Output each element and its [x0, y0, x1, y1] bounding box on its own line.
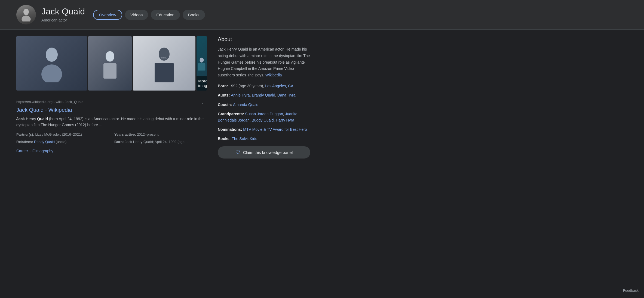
image-4[interactable]: 🖼 More images — [197, 36, 207, 91]
link-separator: · — [30, 149, 31, 153]
tab-videos[interactable]: Videos — [125, 10, 148, 20]
header: Jack Quaid American actor ⋮ Overview Vid… — [0, 0, 644, 30]
wiki-title[interactable]: Jack Quaid - Wikipedia — [16, 107, 207, 113]
more-images-label: More images — [198, 79, 207, 88]
image-2[interactable] — [88, 36, 132, 91]
avatar — [16, 5, 36, 24]
svg-point-4 — [106, 51, 114, 61]
claim-button-label: Claim this knowledge panel — [243, 150, 293, 155]
info-nominations: Nominations: MTV Movie & TV Award for Be… — [218, 126, 310, 132]
svg-point-0 — [23, 9, 29, 15]
wikipedia-link[interactable]: Wikipedia — [265, 73, 282, 77]
left-panel: TRIBE FES... 🖼 More images — [16, 36, 207, 159]
about-title: About — [218, 36, 310, 42]
grandparent-harry-link[interactable]: Harry Hyra — [276, 118, 294, 122]
main-content: TRIBE FES... 🖼 More images — [0, 30, 644, 165]
svg-rect-7 — [155, 63, 174, 82]
name-block: Jack Quaid American actor ⋮ — [41, 6, 85, 23]
career-link[interactable]: Career — [16, 149, 28, 153]
grandparent-susan-link[interactable]: Susan Jordan Duggan — [245, 112, 283, 116]
nominations-link[interactable]: MTV Movie & TV Award for Best Hero — [243, 127, 307, 132]
svg-point-3 — [41, 64, 62, 82]
nav-tabs: Overview Videos Education Books — [93, 10, 205, 20]
tab-overview[interactable]: Overview — [93, 10, 122, 20]
wiki-excerpt: Jack Henry Quaid (born April 24, 1992) i… — [16, 116, 207, 128]
fact-relatives: Relatives: Randy Quaid (uncle) — [16, 139, 109, 145]
info-grandparents: Grandparents: Susan Jordan Duggan, Juani… — [218, 111, 310, 123]
relatives-link[interactable]: Randy Quaid — [34, 140, 55, 144]
info-cousin: Cousin: Amanda Quaid — [218, 102, 310, 108]
right-panel: About Jack Henry Quaid is an American ac… — [218, 36, 310, 159]
info-born: Born: 1992 (age 30 years), Los Angeles, … — [218, 83, 310, 89]
wiki-facts: Partner(s): Lizzy McGroder; (2016–2021) … — [16, 131, 207, 145]
svg-text:FES...: FES... — [161, 60, 167, 61]
info-books: Books: The Solvit Kids — [218, 136, 310, 142]
fact-partner: Partner(s): Lizzy McGroder; (2016–2021) — [16, 131, 109, 138]
more-options-icon[interactable]: ⋮ — [69, 17, 73, 23]
born-location-link[interactable]: Los Angeles, CA — [265, 84, 293, 88]
cousin-link[interactable]: Amanda Quaid — [233, 103, 258, 107]
filmography-link[interactable]: Filmography — [32, 149, 53, 153]
grandparent-buddy-link[interactable]: Buddy Quaid — [252, 118, 274, 122]
svg-point-1 — [22, 15, 30, 21]
wiki-links: Career · Filmography — [16, 149, 207, 153]
wiki-source: https://en.wikipedia.org › wiki › Jack_Q… — [16, 98, 207, 105]
svg-rect-11 — [198, 63, 206, 71]
images-row: TRIBE FES... 🖼 More images — [16, 36, 207, 91]
wiki-url: https://en.wikipedia.org › wiki › Jack_Q… — [16, 100, 83, 104]
image-3[interactable]: TRIBE FES... — [133, 36, 195, 91]
tab-education[interactable]: Education — [151, 10, 180, 20]
svg-text:TRIBE: TRIBE — [161, 57, 167, 59]
claim-knowledge-panel-button[interactable]: 🛡 Claim this knowledge panel — [218, 146, 310, 159]
svg-rect-5 — [103, 63, 116, 79]
svg-point-10 — [200, 58, 204, 63]
image-1[interactable] — [16, 36, 87, 91]
more-images-overlay[interactable]: 🖼 More images — [197, 76, 207, 91]
books-link[interactable]: The Solvit Kids — [232, 136, 257, 141]
feedback-link[interactable]: Feedback — [623, 288, 639, 293]
tab-books[interactable]: Books — [183, 10, 205, 20]
fact-born: Born: Jack Henry Quaid; April 24, 1992 (… — [114, 139, 207, 145]
fact-years-active: Years active: 2012–present — [114, 131, 207, 138]
aunt-dana-link[interactable]: Dana Hyra — [277, 93, 296, 97]
svg-point-2 — [46, 48, 58, 62]
info-aunts: Aunts: Annie Hyra, Brandy Quaid, Dana Hy… — [218, 92, 310, 98]
entity-subtitle: American actor — [41, 18, 67, 22]
result-options-icon[interactable]: ⋮ — [199, 98, 207, 105]
aunt-brandy-link[interactable]: Brandy Quaid — [252, 93, 275, 97]
aunt-annie-link[interactable]: Annie Hyra — [231, 93, 250, 97]
search-result: https://en.wikipedia.org › wiki › Jack_Q… — [16, 98, 207, 153]
about-description: Jack Henry Quaid is an American actor. H… — [218, 46, 310, 79]
shield-icon: 🛡 — [235, 150, 240, 155]
entity-name: Jack Quaid — [41, 6, 85, 17]
